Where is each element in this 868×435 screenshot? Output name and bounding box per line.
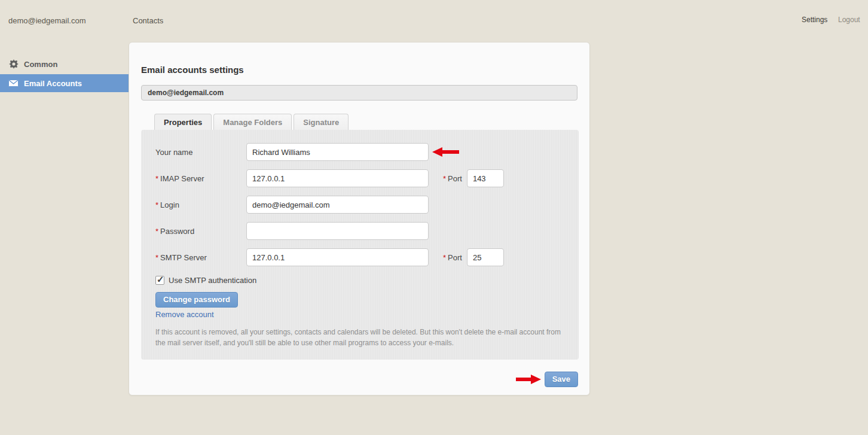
- login-label: *Login: [155, 200, 246, 209]
- your-name-row: Your name: [155, 143, 564, 161]
- imap-server-input[interactable]: [246, 169, 429, 187]
- required-marker: *: [155, 227, 158, 236]
- smtp-server-row: *SMTP Server *Port: [155, 248, 564, 266]
- imap-port-input[interactable]: [467, 169, 504, 187]
- required-marker: *: [443, 253, 446, 262]
- nav-contacts[interactable]: Contacts: [133, 16, 163, 25]
- login-row: *Login: [155, 196, 564, 214]
- smtp-auth-checkbox-row[interactable]: ✓ Use SMTP authentication: [155, 276, 564, 285]
- red-arrow-left-icon: [432, 147, 459, 159]
- password-input[interactable]: [246, 222, 429, 240]
- smtp-port-input[interactable]: [467, 248, 504, 266]
- smtp-port-label: *Port: [443, 253, 462, 262]
- settings-tabs: Properties Manage Folders Signature: [154, 114, 577, 130]
- imap-server-label: *IMAP Server: [155, 174, 246, 183]
- save-button[interactable]: Save: [545, 372, 578, 387]
- account-selector-bar[interactable]: demo@iedgemail.com: [141, 85, 577, 101]
- required-marker: *: [155, 174, 158, 183]
- account-email: demo@iedgemail.com: [8, 16, 86, 25]
- password-row: *Password: [155, 222, 564, 240]
- smtp-server-input[interactable]: [246, 248, 429, 266]
- sidebar-item-common[interactable]: Common: [0, 55, 130, 73]
- check-icon: ✓: [157, 274, 164, 285]
- your-name-input[interactable]: [246, 143, 429, 161]
- nav-logout[interactable]: Logout: [838, 16, 860, 24]
- your-name-label: Your name: [155, 148, 246, 157]
- imap-port-label: *Port: [443, 174, 462, 183]
- properties-panel: Your name *IMAP Server *Port *Login *Pas…: [141, 130, 579, 360]
- remove-account-warning-text: If this account is removed, all your set…: [155, 327, 571, 348]
- password-label: *Password: [155, 227, 246, 236]
- smtp-auth-checkbox[interactable]: ✓: [155, 276, 164, 285]
- save-row: Save: [516, 372, 578, 387]
- required-marker: *: [443, 174, 446, 183]
- tab-signature[interactable]: Signature: [294, 114, 349, 130]
- tab-properties[interactable]: Properties: [154, 114, 212, 130]
- smtp-auth-label: Use SMTP authentication: [169, 276, 256, 285]
- email-account-settings-card: Email accounts settings demo@iedgemail.c…: [129, 42, 590, 396]
- nav-settings[interactable]: Settings: [802, 16, 827, 24]
- login-input[interactable]: [246, 196, 429, 214]
- required-marker: *: [155, 253, 158, 262]
- red-arrow-right-icon: [516, 375, 541, 384]
- remove-account-link[interactable]: Remove account: [155, 310, 214, 319]
- change-password-button[interactable]: Change password: [155, 292, 238, 308]
- page-title: Email accounts settings: [141, 65, 577, 75]
- required-marker: *: [155, 200, 158, 209]
- sidebar-item-label: Email Accounts: [24, 79, 82, 88]
- smtp-server-label: *SMTP Server: [155, 253, 246, 262]
- sidebar-item-label: Common: [24, 60, 57, 69]
- gear-icon: [8, 59, 19, 69]
- imap-server-row: *IMAP Server *Port: [155, 169, 564, 187]
- tab-manage-folders[interactable]: Manage Folders: [213, 114, 292, 130]
- sidebar-item-email-accounts[interactable]: Email Accounts: [0, 74, 130, 92]
- envelope-icon: [8, 78, 19, 89]
